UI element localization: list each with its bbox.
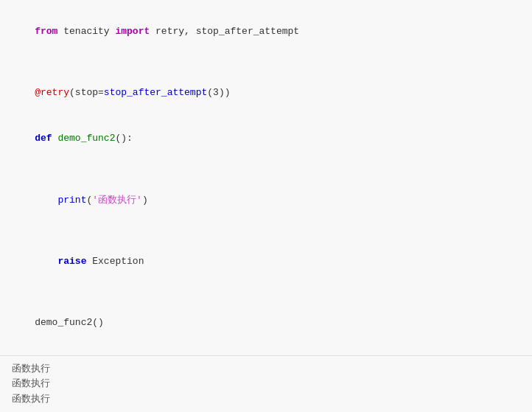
code-section: from tenacity import retry, stop_after_a… [0,0,532,356]
kw-raise: raise [57,256,86,267]
output-line-3: 函数执行 [12,392,520,408]
code-line-1: from tenacity import retry, stop_after_a… [12,9,520,55]
kw-import: import [115,26,150,37]
output-line-1: 函数执行 [12,362,520,377]
fn-print: print [57,195,86,206]
string-chinese: '函数执行' [92,195,142,206]
output-section: 函数执行 函数执行 函数执行 [0,356,532,412]
fn-stop: stop_after_attempt [104,87,207,98]
code-line-2 [12,55,520,70]
fn-def-name: demo_func2 [57,133,115,144]
code-line-10: demo_func2() [12,300,520,346]
code-line-9 [12,284,520,300]
decorator: @retry [35,87,69,98]
kw-from: from [35,26,57,37]
code-line-6: print('函数执行') [12,178,520,223]
code-line-7 [12,223,520,239]
output-line-2: 函数执行 [12,377,520,392]
kw-def: def [35,133,52,144]
code-line-8: raise Exception [12,239,520,284]
code-line-5 [12,162,520,178]
code-line-3: @retry(stop=stop_after_attempt(3)) [12,70,520,116]
code-line-4: def demo_func2(): [12,116,520,162]
